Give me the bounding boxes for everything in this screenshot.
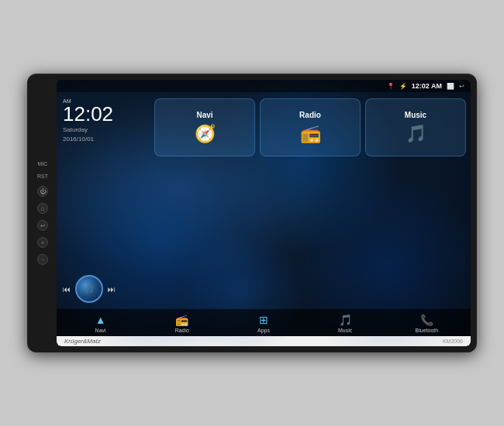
apps-nav-label: Apps (257, 328, 270, 333)
side-controls: MIC RST ⏻ ⌂ ↩ + − (33, 158, 52, 269)
model-number: KM2006 (443, 338, 463, 344)
bluetooth-status-icon: ⚡ (399, 83, 407, 90)
radio-nav-icon: 📻 (175, 314, 188, 326)
radio-card-label: Radio (299, 111, 321, 119)
clock-section: AM 12:02 Saturday 2016/10/01 (63, 98, 143, 143)
music-nav-icon: 🎵 (339, 314, 352, 326)
power-button[interactable]: ⏻ (37, 186, 48, 197)
bluetooth-nav-label: Bluetooth (416, 328, 439, 333)
brand-name: Krüger&Matz (64, 338, 101, 345)
main-content-area: AM 12:02 Saturday 2016/10/01 ⏮ 🎵 ⏭ Navi … (57, 92, 471, 309)
volume-up-button[interactable]: + (37, 237, 48, 248)
nav-navi-button[interactable]: ▲ Navi (83, 314, 118, 333)
navi-nav-icon: ▲ (95, 314, 106, 326)
prev-track-button[interactable]: ⏮ (63, 285, 71, 294)
location-icon: 📍 (387, 83, 395, 90)
radio-card-icon: 📻 (300, 124, 321, 144)
volume-down-button[interactable]: − (37, 254, 48, 265)
next-track-button[interactable]: ⏭ (108, 285, 116, 294)
left-panel: AM 12:02 Saturday 2016/10/01 ⏮ 🎵 ⏭ (57, 92, 150, 309)
album-art: 🎵 (75, 275, 103, 303)
nav-bluetooth-button[interactable]: 📞 Bluetooth (409, 314, 444, 333)
navi-card-label: Navi (196, 111, 212, 119)
navi-app-card[interactable]: Navi 🧭 (154, 98, 255, 156)
rst-label: RST (37, 173, 48, 180)
navi-card-icon: 🧭 (195, 124, 216, 144)
app-grid: Navi 🧭 Radio 📻 Music 🎵 (150, 92, 471, 309)
music-card-icon: 🎵 (406, 124, 426, 144)
bluetooth-nav-icon: 📞 (420, 314, 433, 326)
radio-app-card[interactable]: Radio 📻 (260, 98, 361, 156)
back-nav-icon: ↩ (459, 83, 464, 90)
navi-nav-label: Navi (95, 328, 106, 333)
mic-label: MIC (38, 161, 48, 167)
brand-bar: Krüger&Matz KM2006 (57, 336, 471, 346)
status-bar: 📍 ⚡ 12:02 AM ⬜ ↩ (57, 80, 471, 92)
clock-time: 12:02 (63, 104, 143, 124)
bottom-navigation: ▲ Navi 📻 Radio ⊞ Apps 🎵 Music 📞 Bluetoot… (57, 309, 471, 336)
home-button[interactable]: ⌂ (37, 203, 48, 214)
back-button[interactable]: ↩ (37, 220, 48, 231)
music-nav-label: Music (338, 328, 352, 333)
radio-nav-label: Radio (175, 328, 189, 333)
nav-apps-button[interactable]: ⊞ Apps (246, 314, 281, 333)
nav-radio-button[interactable]: 📻 Radio (164, 314, 199, 333)
music-card-label: Music (405, 111, 426, 119)
music-app-card[interactable]: Music 🎵 (365, 98, 466, 156)
nav-music-button[interactable]: 🎵 Music (328, 314, 363, 333)
apps-nav-icon: ⊞ (259, 314, 268, 326)
clock-date: 2016/10/01 (63, 136, 143, 143)
media-controls: ⏮ 🎵 ⏭ (63, 275, 143, 303)
status-time: 12:02 AM (412, 82, 442, 90)
device-body: MIC RST ⏻ ⌂ ↩ + − 📍 ⚡ 12:02 AM ⬜ ↩ (27, 74, 477, 352)
screen-mirror-icon: ⬜ (447, 83, 454, 90)
main-screen: 📍 ⚡ 12:02 AM ⬜ ↩ AM 12:02 Saturday 2016/… (57, 80, 471, 346)
clock-day: Saturday (63, 126, 143, 133)
